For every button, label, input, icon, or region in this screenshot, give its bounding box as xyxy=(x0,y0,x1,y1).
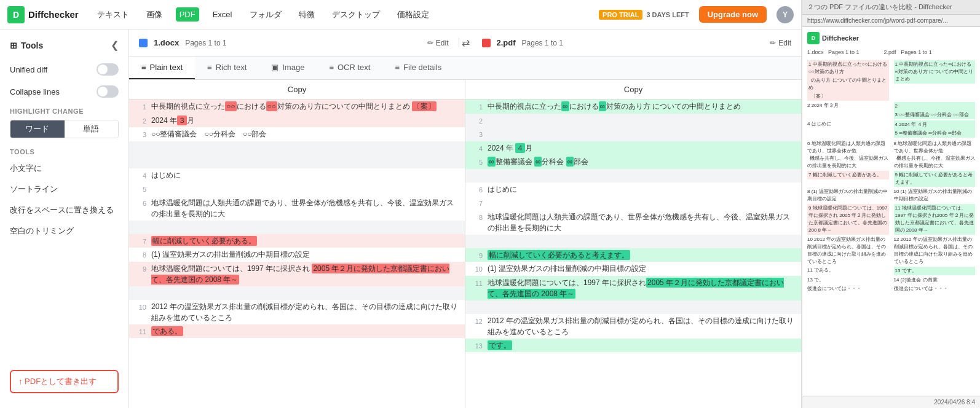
line-content: 2012 年の温室効果ガス排出量の削減目標が定められ、各国は、その目標の達成に向… xyxy=(488,315,796,337)
line-number: 6 xyxy=(134,197,146,209)
collapse-lines-option: Collapse lines xyxy=(0,80,128,103)
table-row: 3 xyxy=(465,127,801,141)
tool-sortline[interactable]: ソートライン xyxy=(0,179,128,200)
pro-trial-badge: PRO TRIAL 3 DAYS LEFT xyxy=(599,10,689,20)
tab-rich-text[interactable]: ≡ Rich text xyxy=(195,57,259,79)
line-number: 4 xyxy=(134,170,146,181)
tab-image-label: Image xyxy=(282,63,304,72)
line-number: 3 xyxy=(470,128,483,140)
upgrade-button[interactable]: Upgrade now xyxy=(699,6,767,23)
line-number: 9 xyxy=(470,249,483,261)
preview-url: https://www.diffchecker.com/jp/word-pdf-… xyxy=(807,17,948,24)
nav-folder[interactable]: フォルダ xyxy=(246,7,285,23)
diff-content: Copy 1 中長期的視点に立った○○における○○対策のあり方についての中間とり… xyxy=(129,80,801,408)
table-row: 9 地球温暖化問題については、1997 年に採択され 2005 年２月に発効した… xyxy=(129,262,465,286)
sidebar-collapse-button[interactable]: ❮ xyxy=(111,39,119,51)
preview-right-col: 1 中長期的視点に立った∞における∞対策のあり方 についての中間とりまとめ xyxy=(894,60,976,101)
table-row: 11 である。 xyxy=(129,324,465,339)
line-content: 幅に削減していく必要がある。 xyxy=(151,235,460,246)
tab-file-details-label: File details xyxy=(403,63,441,72)
highlight-char-btn[interactable]: 単語 xyxy=(65,120,119,138)
unified-diff-toggle[interactable] xyxy=(97,63,119,76)
left-file-name: 1.docx xyxy=(154,38,179,47)
table-row: 1 中長期的視点に立った∞における∞対策のあり方 についての中間とりまとめ xyxy=(465,100,801,114)
line-content: はじめに xyxy=(151,170,460,181)
preview-tab-label: ２つの PDF ファイルの違いを比較 - Diffchecker xyxy=(807,2,952,12)
right-copy-button[interactable]: Copy xyxy=(465,80,801,100)
tab-plain-text[interactable]: ≡ Plain text xyxy=(129,57,195,79)
tab-image[interactable]: ▣ Image xyxy=(259,57,317,79)
line-content: である。 xyxy=(151,326,460,337)
nav-pdf[interactable]: PDF xyxy=(176,7,199,22)
tool-newline-replace[interactable]: 改行をスペースに置き換える xyxy=(0,200,128,221)
line-number: 11 xyxy=(134,326,146,337)
unified-diff-option: Unified diff xyxy=(0,58,128,80)
table-row xyxy=(465,235,801,248)
export-pdf-button[interactable]: ↑ PDFとして書き出す xyxy=(10,370,119,393)
preview-left-file: 1.docx Pages 1 to 1 xyxy=(807,49,859,55)
sidebar-title: ⊞ Tools xyxy=(10,41,43,50)
line-number: 1 xyxy=(470,101,483,112)
line-content: 中長期的視点に立った∞における∞対策のあり方 についての中間とりまとめ xyxy=(488,101,796,112)
table-row: 9 幅に削減していく必要があると考えます。 xyxy=(465,248,801,262)
edit-label-right: Edit xyxy=(778,39,791,47)
toggle-knob-2 xyxy=(98,87,108,96)
tools-icon: ⊞ xyxy=(10,41,17,50)
line-content: 幅に削減していく必要があると考えます。 xyxy=(488,249,796,261)
line-number: 5 xyxy=(134,183,146,195)
tab-file-details[interactable]: ≡ File details xyxy=(382,57,454,79)
left-file-icon xyxy=(139,39,148,47)
swap-files-icon[interactable]: ⇄ xyxy=(462,37,470,49)
line-content: 地球温暖化問題は人類共通の課題であり、世界全体が危機感を共有し、今後、温室効果ガ… xyxy=(488,211,796,233)
collapse-lines-toggle[interactable] xyxy=(97,85,119,98)
line-number: 6 xyxy=(470,184,483,195)
nav-image[interactable]: 画像 xyxy=(143,7,166,23)
line-number: 8 xyxy=(134,249,146,261)
right-edit-button[interactable]: ✏ Edit xyxy=(770,39,791,47)
line-number: 3 xyxy=(134,128,146,140)
highlight-word-btn[interactable]: ワード xyxy=(10,120,65,138)
line-number xyxy=(134,288,146,289)
line-number xyxy=(470,302,483,303)
table-row: 2 2024 年３月 xyxy=(129,114,465,128)
nav-excel[interactable]: Excel xyxy=(209,7,236,22)
line-number xyxy=(134,222,146,223)
preview-panel: ２つの PDF ファイルの違いを比較 - Diffchecker https:/… xyxy=(802,0,980,408)
logo[interactable]: D Diffchecker xyxy=(7,6,79,23)
line-number: 11 xyxy=(470,277,483,289)
tools-label: Tools xyxy=(21,41,43,50)
tool-trim-whitespace[interactable]: 空白のトリミング xyxy=(0,221,128,241)
nav-desktop[interactable]: デスクトップ xyxy=(328,7,384,23)
edit-label: Edit xyxy=(436,39,449,47)
tabs-bar: ≡ Plain text ≡ Rich text ▣ Image ≡ OCR t… xyxy=(129,57,801,80)
line-content: 地球温暖化問題については、1997 年に採択され2005 年２月に発効した京都議… xyxy=(488,277,796,299)
pro-label: PRO TRIAL xyxy=(599,10,642,20)
right-file-header: 2.pdf Pages 1 to 1 ✏ Edit xyxy=(472,38,802,47)
preview-logo-text: Diffchecker xyxy=(822,34,859,42)
line-content: ○○整備審議会 ○○分科会 ○○部会 xyxy=(151,128,460,139)
line-number: 4 xyxy=(470,143,483,154)
tool-lowercase[interactable]: 小文字に xyxy=(0,158,128,179)
preview-content: D Diffchecker 1.docx Pages 1 to 1 2.pdf … xyxy=(802,27,980,396)
table-row: 10 2012 年の温室効果ガス排出量の削減目標が定められ、各国は、その目標の達… xyxy=(129,300,465,324)
line-content: (1) 温室効果ガスの排出量削減の中期目標の設定 xyxy=(151,249,460,260)
tab-ocr-text[interactable]: ≡ OCR text xyxy=(317,57,382,79)
top-navigation: D Diffchecker テキスト 画像 PDF Excel フォルダ 特徴 … xyxy=(0,0,801,29)
table-row: 4 はじめに xyxy=(129,168,465,182)
line-number: 9 xyxy=(134,263,146,275)
line-number xyxy=(470,170,483,171)
nav-text[interactable]: テキスト xyxy=(93,7,133,23)
right-file-icon xyxy=(482,39,491,47)
tab-ocr-label: OCR text xyxy=(338,63,370,72)
highlight-toggle-group: ワード 単語 xyxy=(10,120,119,138)
edit-icon-right: ✏ xyxy=(770,39,776,47)
nav-features[interactable]: 特徴 xyxy=(295,7,318,23)
preview-left-col: 1 中長期的視点に立った○○における○○対策のあり方 のあり方 についての中間と… xyxy=(807,60,889,101)
main-diff-area: 1.docx Pages 1 to 1 ✏ Edit ⇄ 2.pdf Pages… xyxy=(129,29,801,408)
nav-pricing[interactable]: 価格設定 xyxy=(393,7,433,23)
left-copy-button[interactable]: Copy xyxy=(129,80,465,100)
preview-url-bar: https://www.diffchecker.com/jp/word-pdf-… xyxy=(802,15,980,27)
list-item: 2 2024 年３月 2 3 ○○整備審議会 ○○分科会 ○○部会 xyxy=(807,102,975,119)
user-avatar[interactable]: Y xyxy=(776,6,794,23)
left-edit-button[interactable]: ✏ Edit xyxy=(427,39,449,47)
